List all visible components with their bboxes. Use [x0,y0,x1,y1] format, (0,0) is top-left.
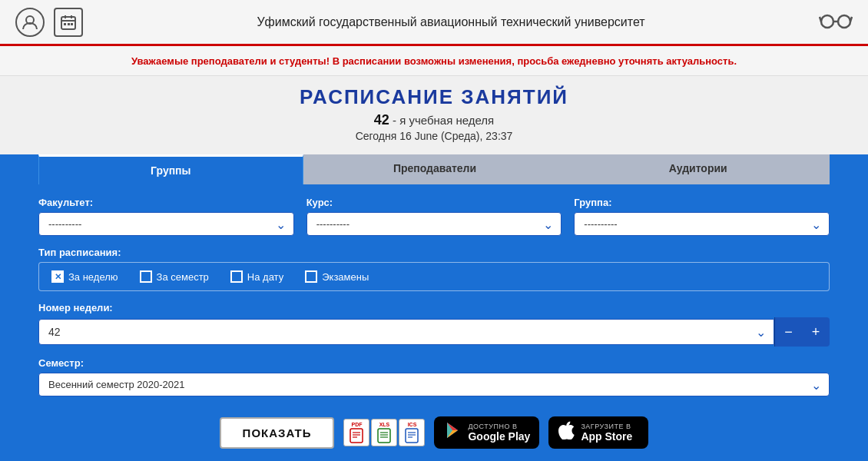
export-buttons: PDF XLS [343,419,425,446]
svg-point-9 [838,15,850,28]
google-play-name: Google Play [468,430,530,443]
google-play-text: ДОСТУПНО В Google Play [468,423,530,443]
svg-rect-5 [64,23,66,25]
course-value[interactable]: ---------- [307,213,562,235]
app-store-name: App Store [581,430,632,443]
group-label: Группа: [574,197,830,208]
week-number-value[interactable]: 42 [39,320,774,344]
checkbox-date[interactable]: На дату [230,270,283,283]
faculty-course-group-row: Факультет: ---------- ⌄ Курс: ----------… [38,197,830,236]
group-select[interactable]: ---------- ⌄ [574,212,830,236]
svg-rect-17 [378,429,390,443]
google-play-icon [443,421,462,444]
pdf-icon [350,428,363,443]
schedule-type-section: Тип расписания: За неделю За семестр На … [38,247,830,291]
header-title: Уфимский государственный авиационный тех… [83,15,819,29]
svg-rect-7 [71,23,73,25]
header: Уфимский государственный авиационный тех… [0,0,868,46]
main-content: Группы Преподаватели Аудитории Факультет… [0,154,868,461]
header-left-icons [15,8,83,37]
course-group: Курс: ---------- ⌄ [306,197,562,236]
svg-line-11 [820,17,821,22]
checkbox-semester-box[interactable] [140,270,152,283]
week-number: 42 [374,112,389,128]
semester-label: Семестр: [38,357,830,369]
checkbox-semester[interactable]: За семестр [140,270,209,283]
week-info: 42 - я учебная неделя [15,112,853,128]
svg-line-12 [850,17,852,22]
faculty-label: Факультет: [38,197,294,208]
course-label: Курс: [306,197,562,208]
svg-rect-6 [68,23,70,25]
checkbox-date-label: На дату [247,271,283,283]
checkbox-exams-label: Экзамены [322,271,369,283]
faculty-group: Факультет: ---------- ⌄ [38,197,294,236]
checkbox-exams[interactable]: Экзамены [305,270,369,283]
apple-icon [558,421,575,444]
semester-section: Семестр: Весенний семестр 2020-2021 ⌄ [38,357,830,396]
bottom-buttons-row: ПОКАЗАТЬ PDF XLS [38,410,830,449]
tab-groups[interactable]: Группы [38,154,303,184]
google-play-sub: ДОСТУПНО В [468,423,530,430]
app-store-sub: Загрузите в [581,423,632,430]
title-area: РАСПИСАНИЕ ЗАНЯТИЙ 42 - я учебная неделя… [0,76,868,154]
ics-icon [405,428,419,443]
faculty-value[interactable]: ---------- [39,213,293,235]
week-number-label: Номер недели: [38,302,830,313]
checkbox-week-box[interactable] [51,270,64,283]
semester-value[interactable]: Весенний семестр 2020-2021 [39,373,829,396]
svg-rect-21 [406,429,418,443]
user-icon[interactable] [15,8,45,37]
semester-select[interactable]: Весенний семестр 2020-2021 ⌄ [38,373,830,396]
tab-teachers[interactable]: Преподаватели [303,154,567,184]
course-select[interactable]: ---------- ⌄ [306,212,562,236]
svg-point-8 [821,15,833,28]
schedule-type-label: Тип расписания: [38,247,830,258]
show-button[interactable]: ПОКАЗАТЬ [220,417,335,449]
page-title: РАСПИСАНИЕ ЗАНЯТИЙ [15,85,853,109]
week-increment-button[interactable]: + [802,317,830,347]
checkbox-week-label: За неделю [68,271,118,283]
glasses-icon[interactable] [819,10,853,35]
ics-export-button[interactable]: ICS [399,419,425,446]
week-number-row: 42 ⌄ − + [38,317,830,347]
checkbox-exams-box[interactable] [305,270,317,283]
notice-bar: Уважаемые преподаватели и студенты! В ра… [0,46,868,76]
week-decrement-button[interactable]: − [774,317,802,347]
faculty-select[interactable]: ---------- ⌄ [38,212,294,236]
svg-rect-13 [350,429,363,443]
current-date: Сегодня 16 June (Среда), 23:37 [15,130,853,142]
notice-text: Уважаемые преподаватели и студенты! В ра… [131,55,737,67]
checkbox-week[interactable]: За неделю [51,270,118,283]
checkbox-date-box[interactable] [230,270,243,283]
xls-icon [377,428,391,443]
schedule-type-box: За неделю За семестр На дату Экзамены [38,262,830,291]
form-section: Факультет: ---------- ⌄ Курс: ----------… [38,184,830,449]
group-value[interactable]: ---------- [575,213,829,235]
google-play-button[interactable]: ДОСТУПНО В Google Play [434,416,539,449]
tab-rooms[interactable]: Аудитории [566,154,830,184]
app-store-button[interactable]: Загрузите в App Store [548,416,648,449]
pdf-export-button[interactable]: PDF [343,419,369,446]
tabs-bar: Группы Преподаватели Аудитории [38,154,830,184]
week-suffix: - я учебная неделя [393,114,494,127]
app-store-text: Загрузите в App Store [581,423,632,443]
calendar-icon[interactable] [54,8,83,37]
xls-export-button[interactable]: XLS [371,419,397,446]
group-group: Группа: ---------- ⌄ [574,197,830,236]
week-number-select[interactable]: 42 ⌄ [38,319,774,345]
week-number-section: Номер недели: 42 ⌄ − + [38,302,830,347]
checkbox-semester-label: За семестр [157,271,209,283]
